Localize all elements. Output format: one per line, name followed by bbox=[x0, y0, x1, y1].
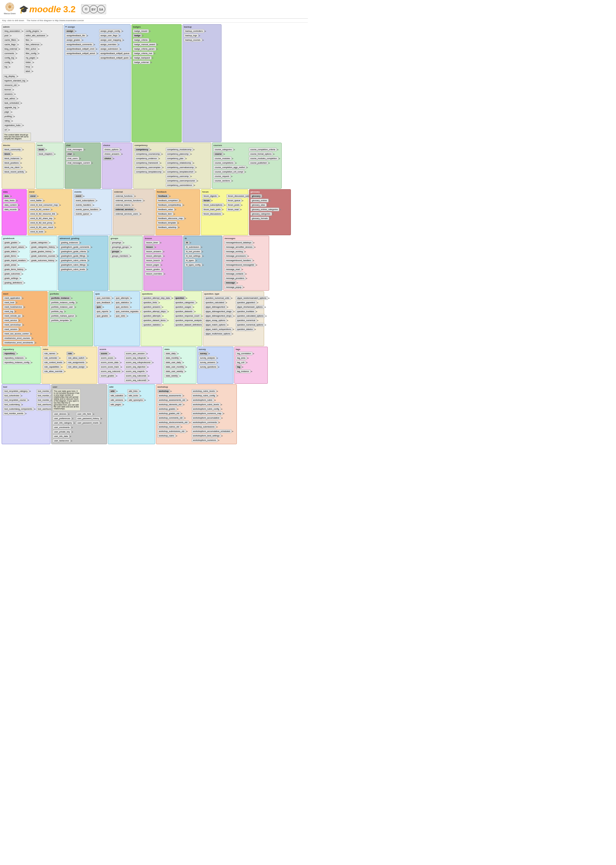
table-item[interactable]: question▶ bbox=[174, 296, 205, 300]
table-item[interactable]: competency_plan▶ bbox=[166, 157, 198, 160]
table-item[interactable]: grade_letters▶ bbox=[3, 250, 29, 253]
table-item[interactable]: qtype_ddimageortext_drops▶ bbox=[204, 314, 235, 318]
table-item[interactable]: portfolio_tempdata▶ bbox=[50, 319, 92, 322]
table-item[interactable]: feedback_valuetmp▶ bbox=[157, 225, 199, 229]
table-item[interactable]: tool_customlang_components▶ bbox=[3, 407, 36, 411]
table-item[interactable]: groupings▶ bbox=[111, 241, 141, 244]
table-item[interactable]: data▶ bbox=[3, 194, 25, 198]
table-item[interactable]: gradingform_guide_fillings▶ bbox=[60, 254, 107, 258]
table-item[interactable]: competency_templatecomp▶ bbox=[135, 170, 165, 174]
table-item[interactable]: tag_instance▶ bbox=[236, 370, 266, 373]
table-item[interactable]: feedback▶ bbox=[157, 194, 199, 198]
table-item[interactable]: workshop_rubric_levels▶ bbox=[192, 389, 234, 393]
table-item[interactable]: question_ddwtos▶ bbox=[236, 327, 270, 331]
table-item[interactable]: block_positions▶ bbox=[3, 161, 34, 165]
table-item[interactable]: repository_instances▶ bbox=[3, 356, 39, 360]
table-item[interactable]: external_services_functions▶ bbox=[114, 199, 153, 202]
table-item[interactable]: config▶ bbox=[3, 60, 24, 64]
table-item[interactable]: data_records▶ bbox=[3, 208, 25, 211]
table-item[interactable]: role_sortorder▶ bbox=[43, 356, 66, 360]
table-item[interactable]: stats_user_monthly▶ bbox=[164, 365, 195, 369]
table-item[interactable]: repository▶ bbox=[3, 352, 39, 355]
table-item[interactable]: tool_recyclebin_category▶ bbox=[3, 389, 36, 393]
table-item[interactable]: grade_outcomes_courses▶ bbox=[30, 254, 58, 258]
table-item[interactable]: lesson_grades▶ bbox=[145, 267, 181, 271]
table-item[interactable]: assignfeedback_comments▶ bbox=[65, 42, 98, 46]
table-item[interactable]: course_completions▶ bbox=[214, 161, 248, 165]
table-item[interactable]: events_queue▶ bbox=[74, 212, 111, 216]
table-item[interactable]: meet_sso_access_control▶ bbox=[3, 332, 46, 335]
table-item[interactable]: role_names▶ bbox=[43, 352, 66, 355]
table-item[interactable]: user_password_resets▶ bbox=[76, 421, 102, 425]
table-item[interactable]: enrol_lti_lti2_tool_proxy▶ bbox=[29, 221, 71, 225]
table-item[interactable]: feedback_template▶ bbox=[157, 221, 199, 225]
table-item[interactable]: lesson_overrides▶ bbox=[145, 272, 181, 275]
table-item[interactable]: cache_filters▶ bbox=[3, 38, 24, 42]
table-item[interactable]: grading_definitions▶ bbox=[3, 281, 29, 285]
table-item[interactable]: question_statistics▶ bbox=[142, 323, 173, 327]
table-item[interactable]: competency_modulecomp▶ bbox=[166, 148, 198, 151]
table-item[interactable]: book▶ bbox=[37, 148, 63, 151]
table-item[interactable]: course_request▶ bbox=[214, 175, 248, 178]
table-item[interactable]: qtype_multichoice_options▶ bbox=[204, 332, 235, 335]
table-item[interactable]: url▶ bbox=[3, 128, 28, 132]
table-item[interactable]: user_info_data▶ bbox=[53, 434, 75, 438]
table-item[interactable]: messageinbound_messagelist▶ bbox=[225, 263, 268, 267]
table-item[interactable]: lti▶ bbox=[185, 241, 221, 244]
table-item[interactable]: survey_analysis▶ bbox=[199, 356, 232, 360]
table-item[interactable]: forum_discussions▶ bbox=[202, 212, 226, 216]
table-item[interactable]: question_usages▶ bbox=[174, 305, 205, 309]
table-item[interactable]: quiz_statistics▶ bbox=[115, 301, 142, 304]
table-item[interactable]: qtype_match_options▶ bbox=[204, 323, 235, 327]
table-item[interactable]: glossary_formats▶ bbox=[250, 217, 289, 220]
table-item[interactable]: external_functions▶ bbox=[114, 194, 153, 198]
table-item[interactable]: qtype_match_subquestions▶ bbox=[204, 327, 235, 331]
table-item[interactable]: grade_areas▶ bbox=[3, 263, 29, 267]
table-item[interactable]: badge_criteria_met▶ bbox=[133, 52, 180, 55]
table-item[interactable]: grade_settings▶ bbox=[3, 277, 29, 280]
table-item[interactable]: chat_users▶ bbox=[66, 157, 99, 160]
table-item[interactable]: feedback_completedtmp▶ bbox=[157, 203, 199, 207]
table-item[interactable]: lti_submission▶ bbox=[185, 245, 221, 249]
table-item[interactable]: course_modules▶ bbox=[214, 157, 248, 160]
table-item[interactable]: license▶ bbox=[3, 88, 28, 91]
table-item[interactable]: question_calculated_options▶ bbox=[236, 314, 270, 318]
table-item[interactable]: scorm_seq_ruleconds▶ bbox=[124, 374, 154, 377]
table-item[interactable]: workshop_grades_old▶ bbox=[157, 412, 191, 415]
table-item[interactable]: assign▶ bbox=[65, 29, 98, 33]
table-item[interactable]: files▶ bbox=[24, 38, 49, 42]
table-item[interactable]: assign_plugin_config▶ bbox=[99, 29, 133, 33]
table-item[interactable]: config_log▶ bbox=[3, 56, 24, 60]
table-item[interactable]: external_services▶ bbox=[114, 208, 153, 211]
table-item[interactable]: messageinbound_handlers▶ bbox=[225, 259, 268, 262]
table-item[interactable]: grade_grades_history▶ bbox=[30, 250, 58, 253]
table-item[interactable]: qtype_shortanswer_options▶ bbox=[236, 305, 270, 309]
table-item[interactable]: quiz_feedback▶ bbox=[95, 301, 114, 304]
table-item[interactable]: gradingform_rubric_fillings▶ bbox=[60, 263, 107, 267]
table-item[interactable]: workshopform_comments▶ bbox=[192, 420, 234, 424]
table-item[interactable]: portfolio_mahara_queue▶ bbox=[50, 314, 92, 318]
table-item[interactable]: quiz_overview_regrades▶ bbox=[115, 310, 142, 313]
table-item[interactable]: meet_session▶ bbox=[3, 327, 46, 331]
table-item[interactable]: question_numerical_options▶ bbox=[236, 323, 270, 327]
table-item[interactable]: external_services_users▶ bbox=[114, 212, 153, 216]
table-item[interactable]: workshop_assessments_old▶ bbox=[157, 398, 191, 402]
table-item[interactable]: profiling▶ bbox=[3, 115, 28, 118]
table-item[interactable]: course_categories▶ bbox=[214, 148, 248, 151]
table-item[interactable]: scorm_seq_objective▶ bbox=[124, 365, 154, 369]
table-item[interactable]: workshop▶ bbox=[157, 389, 191, 393]
table-item[interactable]: choice_answers▶ bbox=[103, 152, 131, 156]
table-item[interactable]: block_me_client▶ bbox=[3, 165, 34, 169]
table-item[interactable]: enrol_lti_lti2_resource_link▶ bbox=[29, 212, 71, 216]
table-item[interactable]: assign_overrides▶ bbox=[99, 42, 133, 46]
table-item[interactable]: block▶ bbox=[3, 152, 34, 156]
table-item[interactable]: gradingform_rubric_criteria▶ bbox=[60, 259, 107, 262]
table-item[interactable]: workshop_elements_old▶ bbox=[157, 403, 191, 406]
table-item[interactable]: workshop_rubrics_old▶ bbox=[157, 425, 191, 429]
table-item[interactable]: quiz_sections▶ bbox=[115, 305, 142, 309]
table-item[interactable]: question_answers▶ bbox=[142, 305, 173, 309]
table-item[interactable]: task_adhoc▶ bbox=[3, 97, 28, 100]
table-item[interactable]: competency_framework▶ bbox=[135, 161, 165, 165]
table-item[interactable]: mnetservice_enrol_enrolments▶ bbox=[3, 341, 46, 344]
table-item[interactable]: workshopform_accumulative_scheduled▶ bbox=[192, 429, 234, 433]
